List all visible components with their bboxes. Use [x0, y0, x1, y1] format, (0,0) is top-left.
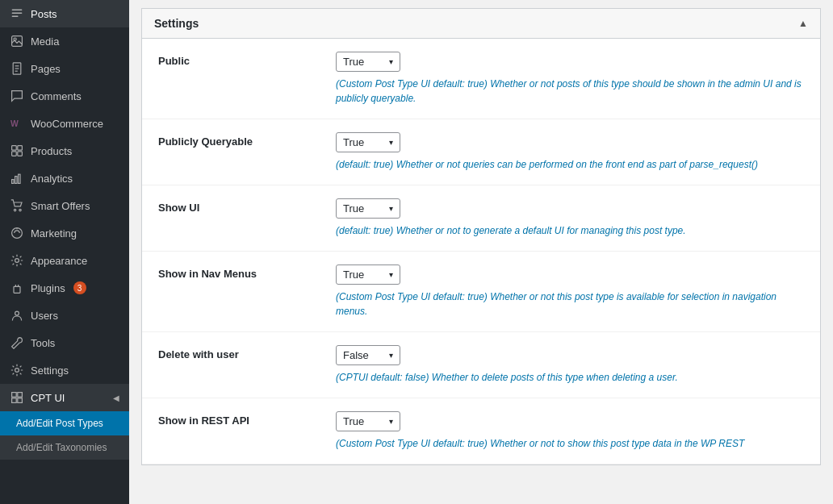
sidebar-item-tools[interactable]: Tools [0, 329, 129, 356]
sidebar-item-woocommerce[interactable]: WWooCommerce [0, 110, 129, 137]
badge-plugins: 3 [73, 281, 86, 294]
svg-point-20 [12, 228, 23, 239]
sidebar-item-label-comments: Comments [31, 90, 82, 102]
settings-desc-show-ui: (default: true) Whether or not to genera… [336, 223, 804, 238]
sidebar-item-plugins[interactable]: Plugins3 [0, 274, 129, 302]
sidebar-item-label-woocommerce: WooCommerce [31, 118, 103, 130]
svg-point-22 [15, 259, 19, 263]
sidebar: PostsMediaPagesCommentsWWooCommerceProdu… [0, 0, 129, 504]
select-value-show-in-rest-api: True [343, 415, 364, 427]
svg-rect-30 [12, 398, 17, 403]
settings-row-show-in-nav-menus: Show in Nav MenusTrue▾(Custom Post Type … [142, 252, 820, 332]
sidebar-item-label-products: Products [31, 145, 72, 157]
settings-select-delete-with-user[interactable]: False▾ [336, 345, 400, 365]
sidebar-item-products[interactable]: Products [0, 137, 129, 165]
settings-desc-public: (Custom Post Type UI default: true) Whet… [336, 77, 804, 106]
svg-rect-2 [12, 15, 19, 17]
sidebar-item-appearance[interactable]: Appearance [0, 247, 129, 274]
select-arrow-show-ui: ▾ [389, 204, 393, 213]
settings-control-show-in-nav-menus: True▾(Custom Post Type UI default: true)… [336, 264, 804, 319]
sidebar-item-comments[interactable]: Comments [0, 82, 129, 110]
sidebar-item-label-smart-offers: Smart Offers [31, 200, 90, 212]
select-value-show-in-nav-menus: True [343, 269, 364, 281]
svg-rect-10 [12, 146, 17, 151]
svg-rect-15 [15, 177, 17, 184]
sidebar-item-label-cpt-ui: CPT UI [31, 392, 65, 404]
settings-label-show-ui: Show UI [158, 198, 336, 214]
select-value-publicly-queryable: True [343, 136, 364, 148]
settings-select-publicly-queryable[interactable]: True▾ [336, 132, 400, 152]
sidebar-item-label-users: Users [31, 310, 58, 322]
settings-icon [10, 363, 24, 377]
sidebar-sub-item-add-edit-post-types[interactable]: Add/Edit Post Types [0, 411, 129, 435]
sidebar-item-users[interactable]: Users [0, 302, 129, 329]
select-arrow-show-in-nav-menus: ▾ [389, 270, 393, 279]
settings-row-public: PublicTrue▾(Custom Post Type UI default:… [142, 39, 820, 119]
settings-title: Settings [154, 17, 199, 30]
sidebar-item-cpt-ui[interactable]: CPT UI◀ [0, 384, 129, 411]
svg-rect-31 [18, 398, 23, 403]
select-arrow-public: ▾ [389, 57, 393, 66]
settings-label-show-in-nav-menus: Show in Nav Menus [158, 264, 336, 280]
svg-rect-1 [12, 12, 23, 14]
select-value-delete-with-user: False [343, 349, 369, 361]
svg-point-19 [19, 209, 21, 210]
sidebar-item-label-tools: Tools [31, 337, 55, 349]
sidebar-sub-item-add-edit-taxonomies[interactable]: Add/Edit Taxonomies [0, 435, 129, 460]
sidebar-item-label-media: Media [31, 35, 59, 48]
select-arrow-publicly-queryable: ▾ [389, 138, 393, 147]
svg-rect-28 [12, 393, 17, 398]
woocommerce-icon: W [10, 116, 24, 131]
settings-panel: Settings ▲ PublicTrue▾(Custom Post Type … [141, 8, 821, 465]
appearance-icon [10, 253, 24, 268]
settings-control-show-ui: True▾(default: true) Whether or not to g… [336, 198, 804, 238]
settings-select-show-in-rest-api[interactable]: True▾ [336, 411, 400, 431]
media-icon [10, 34, 24, 48]
settings-select-public[interactable]: True▾ [336, 52, 400, 72]
settings-label-show-in-rest-api: Show in REST API [158, 411, 336, 427]
sidebar-item-label-posts: Posts [31, 8, 57, 20]
users-icon [10, 308, 24, 323]
settings-desc-show-in-nav-menus: (Custom Post Type UI default: true) Whet… [336, 289, 804, 319]
settings-desc-show-in-rest-api: (Custom Post Type UI default: true) Whet… [336, 436, 804, 451]
smart-offers-icon [10, 198, 24, 213]
analytics-icon [10, 171, 24, 185]
settings-row-show-ui: Show UITrue▾(default: true) Whether or n… [142, 185, 820, 252]
select-arrow-show-in-rest-api: ▾ [389, 417, 393, 426]
select-value-show-ui: True [343, 202, 364, 215]
sidebar-item-pages[interactable]: Pages [0, 55, 129, 82]
settings-select-show-ui[interactable]: True▾ [336, 198, 400, 219]
sidebar-item-marketing[interactable]: Marketing [0, 219, 129, 247]
sidebar-collapse-arrow[interactable]: ◀ [113, 394, 119, 402]
svg-point-27 [15, 369, 19, 373]
settings-panel-header[interactable]: Settings ▲ [142, 9, 820, 39]
settings-label-publicly-queryable: Publicly Queryable [158, 132, 336, 148]
svg-point-26 [15, 311, 19, 315]
sidebar-item-settings[interactable]: Settings [0, 356, 129, 384]
sidebar-item-media[interactable]: Media [0, 27, 129, 55]
sidebar-item-label-plugins: Plugins [31, 282, 65, 294]
comments-icon [10, 89, 24, 103]
sidebar-item-label-appearance: Appearance [31, 255, 87, 267]
sidebar-item-label-settings: Settings [31, 364, 69, 377]
settings-row-delete-with-user: Delete with userFalse▾(CPTUI default: fa… [142, 332, 820, 398]
main-content: Settings ▲ PublicTrue▾(Custom Post Type … [129, 0, 833, 504]
plugins-icon [10, 281, 24, 295]
svg-rect-29 [18, 393, 23, 398]
settings-control-delete-with-user: False▾(CPTUI default: false) Whether to … [336, 345, 804, 385]
sidebar-item-posts[interactable]: Posts [0, 0, 129, 27]
settings-control-show-in-rest-api: True▾(Custom Post Type UI default: true)… [336, 411, 804, 451]
sidebar-item-label-marketing: Marketing [31, 227, 77, 240]
sidebar-item-analytics[interactable]: Analytics [0, 165, 129, 192]
settings-row-show-in-rest-api: Show in REST APITrue▾(Custom Post Type U… [142, 398, 820, 464]
settings-row-publicly-queryable: Publicly QueryableTrue▾(default: true) W… [142, 119, 820, 185]
settings-desc-publicly-queryable: (default: true) Whether or not queries c… [336, 157, 804, 172]
settings-select-show-in-nav-menus[interactable]: True▾ [336, 264, 400, 285]
sidebar-item-smart-offers[interactable]: Smart Offers [0, 192, 129, 219]
collapse-icon[interactable]: ▲ [798, 18, 808, 29]
svg-rect-11 [18, 146, 23, 151]
pages-icon [10, 61, 24, 76]
settings-desc-delete-with-user: (CPTUI default: false) Whether to delete… [336, 370, 804, 385]
svg-rect-14 [12, 180, 14, 184]
settings-label-delete-with-user: Delete with user [158, 345, 336, 360]
